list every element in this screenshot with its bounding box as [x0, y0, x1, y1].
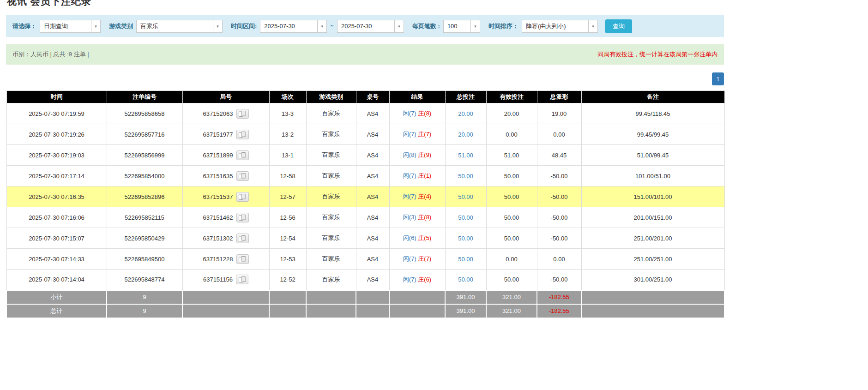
- chevron-down-icon[interactable]: ▾: [91, 20, 101, 33]
- total-bet-link[interactable]: 20.00: [458, 110, 473, 117]
- total-bet-link[interactable]: 50.00: [458, 173, 473, 180]
- cell-time: 2025-07-30 07:19:03: [6, 145, 107, 166]
- cell-game-type: 百家乐: [306, 270, 356, 290]
- view-cards-button[interactable]: [236, 109, 249, 119]
- cards-icon: [239, 235, 246, 241]
- cell-payout: 0.00: [537, 249, 581, 270]
- total-bet-link[interactable]: 50.00: [458, 256, 473, 263]
- cell-valid-bet: 50.00: [486, 207, 537, 228]
- summary-count: 9: [107, 290, 182, 304]
- view-cards-button[interactable]: [236, 213, 249, 222]
- cell-result: 闲(6) 庄(5): [389, 228, 445, 249]
- result-player: 闲(3): [403, 214, 416, 221]
- cell-session: 12-52: [269, 270, 306, 290]
- chevron-down-icon[interactable]: ▾: [588, 20, 598, 33]
- cell-valid-bet: 0.00: [486, 124, 537, 145]
- cell-note: 99.45/118.45: [581, 103, 724, 124]
- cell-note: 251.00/251.00: [581, 249, 724, 270]
- page-number-button[interactable]: 1: [712, 72, 724, 85]
- column-header: 游戏类别: [306, 91, 356, 103]
- column-header: 总投注: [445, 91, 486, 103]
- page-title-wrap: 视讯 会员下注纪录: [6, 0, 724, 6]
- chevron-down-icon[interactable]: ▾: [317, 20, 327, 33]
- query-button[interactable]: 查询: [605, 19, 632, 33]
- date-from-select[interactable]: 2025-07-30 ▾: [260, 20, 327, 33]
- total-bet-link[interactable]: 50.00: [458, 193, 473, 200]
- cell-note: 151.00/101.00: [581, 186, 724, 207]
- cell-table-no: AS4: [356, 166, 389, 186]
- round-number: 637151302: [203, 235, 233, 242]
- cell-game-type: 百家乐: [306, 103, 356, 124]
- table-row: 2025-07-30 07:17:14522695854000637151635…: [6, 166, 724, 186]
- game-type-select[interactable]: 百家乐 ▾: [136, 20, 223, 33]
- cell-session: 13-3: [269, 103, 306, 124]
- view-cards-button[interactable]: [236, 254, 249, 264]
- result-banker: 庄(5): [418, 234, 431, 241]
- table-row: 2025-07-30 07:14:04522695848774637151156…: [6, 270, 724, 290]
- result-player: 闲(7): [403, 110, 416, 117]
- view-cards-button[interactable]: [236, 234, 249, 243]
- cell-payout: -50.00: [537, 228, 581, 249]
- cell-payout: 48.45: [537, 145, 581, 166]
- cell-time: 2025-07-30 07:16:35: [6, 186, 107, 207]
- summary-payout: -182.55: [537, 290, 581, 304]
- cards-icon: [239, 111, 246, 117]
- view-cards-button[interactable]: [236, 150, 249, 160]
- result-banker: 庄(7): [418, 255, 431, 262]
- cell-bet-id: 522695850429: [107, 228, 182, 249]
- cards-icon: [239, 256, 246, 262]
- total-bet-link[interactable]: 50.00: [458, 276, 473, 283]
- cards-icon: [239, 132, 246, 138]
- cell-time: 2025-07-30 07:19:26: [6, 124, 107, 145]
- date-to-select[interactable]: 2025-07-30 ▾: [337, 20, 404, 33]
- select-label: 请选择：: [12, 22, 36, 30]
- chevron-down-icon[interactable]: ▾: [470, 20, 480, 33]
- cell-total-bet: 50.00: [445, 249, 486, 270]
- chevron-down-icon[interactable]: ▾: [394, 20, 404, 33]
- round-number: 637151537: [203, 193, 233, 200]
- cell-valid-bet: 20.00: [486, 103, 537, 124]
- cell-session: 13-1: [269, 145, 306, 166]
- cards-icon: [239, 194, 246, 200]
- cell-session: 12-54: [269, 228, 306, 249]
- cell-round-id: 637151462: [182, 207, 269, 228]
- total-bet-link[interactable]: 50.00: [458, 235, 473, 242]
- time-sort-label: 时间排序：: [488, 22, 518, 30]
- page-size-select[interactable]: 100 ▾: [443, 20, 480, 33]
- cell-table-no: AS4: [356, 228, 389, 249]
- table-body: 2025-07-30 07:19:59522695858658637152063…: [6, 103, 724, 290]
- column-header: 时间: [6, 91, 107, 103]
- cell-round-id: 637151537: [182, 186, 269, 207]
- result-banker: 庄(6): [418, 276, 431, 283]
- round-number: 637151462: [203, 214, 233, 221]
- cell-total-bet: 50.00: [445, 207, 486, 228]
- cell-result: 闲(7) 庄(8): [389, 103, 445, 124]
- summary-count: 9: [107, 304, 182, 318]
- time-sort-select[interactable]: 降幂(由大到小) ▾: [522, 20, 598, 33]
- view-cards-button[interactable]: [236, 192, 249, 202]
- column-header: 场次: [269, 91, 306, 103]
- total-bet-link[interactable]: 20.00: [458, 131, 473, 138]
- cell-time: 2025-07-30 07:19:59: [6, 103, 107, 124]
- currency-summary: 币别：人民币 | 总共 :9 注单 |: [12, 50, 89, 59]
- cell-note: 201.00/151.00: [581, 207, 724, 228]
- summary-total-bet: 391.00: [445, 290, 486, 304]
- view-cards-button[interactable]: [236, 171, 249, 181]
- chevron-down-icon[interactable]: ▾: [213, 20, 223, 33]
- cell-total-bet: 50.00: [445, 166, 486, 186]
- date-to-value: 2025-07-30: [337, 20, 395, 33]
- view-cards-button[interactable]: [236, 275, 248, 284]
- date-from-value: 2025-07-30: [260, 20, 318, 33]
- total-bet-link[interactable]: 50.00: [458, 214, 473, 221]
- view-cards-button[interactable]: [236, 130, 249, 139]
- result-banker: 庄(7): [418, 131, 431, 138]
- round-number: 637152063: [203, 110, 233, 117]
- total-bet-link[interactable]: 51.00: [458, 152, 473, 159]
- cell-bet-id: 522695852115: [107, 207, 182, 228]
- cell-table-no: AS4: [356, 124, 389, 145]
- date-type-select[interactable]: 日期查询 ▾: [40, 20, 101, 33]
- game-type-value: 百家乐: [136, 20, 213, 33]
- cell-result: 闲(3) 庄(8): [389, 207, 445, 228]
- page-title: 视讯 会员下注纪录: [7, 0, 91, 6]
- cell-game-type: 百家乐: [306, 145, 356, 166]
